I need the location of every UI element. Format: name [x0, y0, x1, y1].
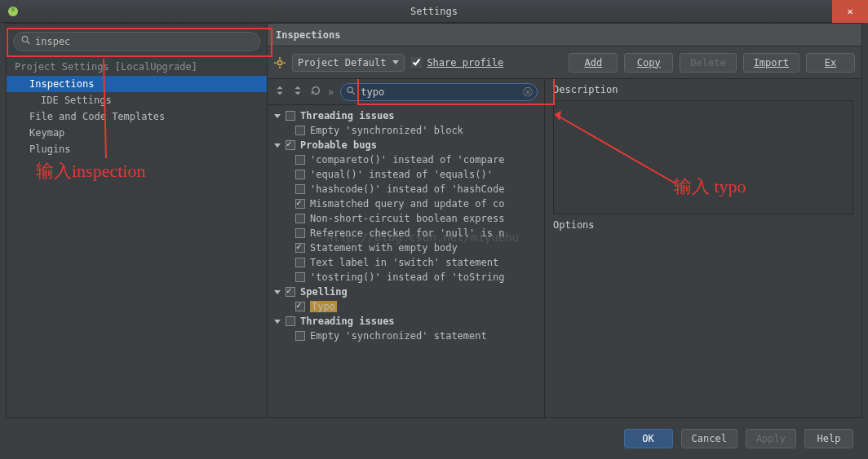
sidebar-item-file-templates[interactable]: File and Code Templates	[7, 108, 267, 125]
app-icon	[7, 5, 20, 18]
sidebar-item-ide-settings[interactable]: IDE Settings	[7, 92, 267, 108]
tree-item[interactable]: Statement with empty body	[268, 241, 544, 255]
checkbox-icon[interactable]	[295, 258, 305, 267]
collapse-all-icon[interactable]	[292, 85, 303, 99]
content-pane: Project Settings [LocalUpgrade] Inspecti…	[6, 23, 862, 418]
tree-item[interactable]: 'tostring()' instead of 'toString	[268, 270, 544, 285]
profile-toolbar: Project Default Share profile Add Copy D…	[268, 46, 861, 79]
chevron-down-icon	[274, 290, 281, 294]
checkbox-icon[interactable]	[295, 331, 305, 341]
chevron-down-icon	[274, 143, 281, 148]
checkbox-icon[interactable]	[286, 111, 295, 121]
settings-tree: Project Settings [LocalUpgrade] Inspecti…	[7, 56, 267, 417]
close-button[interactable]: ✕	[832, 0, 868, 23]
right-pane: Description Options	[545, 79, 861, 417]
checkbox-icon[interactable]	[295, 243, 305, 253]
share-profile-label: Share profile	[427, 57, 503, 68]
help-button[interactable]: Help	[804, 429, 853, 448]
options-label: Options	[545, 214, 861, 236]
inspections-toolbar: » ⓧ	[268, 79, 544, 105]
filter-search-icon	[347, 86, 356, 98]
tree-item[interactable]: 'hashcode()' instead of 'hashCode	[268, 182, 544, 196]
tree-group[interactable]: Probable bugs	[268, 138, 544, 152]
title-bar: Settings ✕	[0, 0, 868, 23]
tree-item[interactable]: Mismatched query and update of co	[268, 196, 544, 211]
tree-item[interactable]: Text label in 'switch' statement	[268, 255, 544, 270]
share-profile-input[interactable]	[411, 57, 422, 68]
checkbox-icon[interactable]	[286, 287, 295, 297]
inspections-panel: » ⓧ Threading issues Empty 'synchronized…	[268, 79, 545, 417]
checkbox-icon[interactable]	[295, 302, 305, 311]
svg-point-9	[348, 87, 352, 92]
export-button[interactable]: Ex	[806, 53, 855, 73]
main-panel: Inspections Project Default Share profil…	[268, 24, 861, 417]
apply-button: Apply	[746, 429, 796, 448]
copy-button[interactable]: Copy	[624, 53, 673, 73]
sidebar-item-inspections[interactable]: Inspections	[7, 76, 267, 92]
tree-group[interactable]: Threading issues	[268, 314, 544, 329]
tree-item[interactable]: Reference checked for 'null' is n	[268, 226, 544, 241]
tree-group[interactable]: Spelling	[268, 285, 544, 299]
checkbox-icon[interactable]	[295, 272, 305, 282]
sidebar: Project Settings [LocalUpgrade] Inspecti…	[7, 24, 268, 417]
svg-line-10	[352, 91, 355, 94]
svg-line-3	[28, 42, 30, 44]
checkbox-icon[interactable]	[295, 155, 305, 165]
svg-point-4	[277, 60, 281, 64]
main-body: » ⓧ Threading issues Empty 'synchronized…	[268, 79, 861, 417]
chevron-down-icon	[274, 320, 281, 324]
chevron-down-icon	[274, 114, 281, 118]
tree-item[interactable]: Empty 'synchronized' block	[268, 123, 544, 138]
cancel-button[interactable]: Cancel	[681, 429, 737, 448]
checkbox-icon[interactable]	[286, 140, 295, 150]
dialog-footer: OK Cancel Apply Help	[0, 418, 868, 459]
sidebar-item-plugins[interactable]: Plugins	[7, 141, 267, 157]
tree-item-typo[interactable]: Typo	[268, 299, 544, 314]
ok-button[interactable]: OK	[624, 429, 673, 448]
tree-item[interactable]: 'compareto()' instead of 'compare	[268, 152, 544, 167]
inspections-tree[interactable]: Threading issues Empty 'synchronized' bl…	[268, 105, 544, 417]
chevron-down-icon	[392, 60, 399, 64]
profile-combo[interactable]: Project Default	[292, 54, 405, 72]
checkbox-icon[interactable]	[295, 214, 305, 223]
checkbox-icon[interactable]	[286, 316, 295, 326]
checkbox-icon[interactable]	[295, 126, 305, 135]
tree-item[interactable]: Empty 'synchronized' statement	[268, 329, 544, 343]
tree-group[interactable]: Threading issues	[268, 108, 544, 123]
profile-combo-label: Project Default	[298, 57, 386, 68]
tree-item[interactable]: 'equal()' instead of 'equals()'	[268, 167, 544, 182]
clear-filter-icon[interactable]: ⓧ	[523, 85, 533, 99]
reset-icon[interactable]	[310, 85, 321, 99]
checkbox-icon[interactable]	[295, 228, 305, 238]
sidebar-item-keymap[interactable]: Keymap	[7, 125, 267, 141]
settings-group-label: Project Settings [LocalUpgrade]	[7, 58, 267, 76]
svg-point-2	[22, 37, 28, 42]
sidebar-search-input[interactable]	[13, 32, 260, 51]
share-profile-checkbox[interactable]: Share profile	[411, 57, 503, 68]
close-icon: ✕	[847, 6, 852, 17]
inspection-filter-input[interactable]	[340, 83, 538, 101]
gear-icon	[274, 57, 286, 68]
checkbox-icon[interactable]	[295, 199, 305, 209]
main-header: Inspections	[268, 24, 861, 46]
separator: »	[328, 86, 334, 98]
tree-item[interactable]: Non-short-circuit boolean express	[268, 211, 544, 226]
description-box	[553, 100, 853, 214]
checkbox-icon[interactable]	[295, 170, 305, 179]
delete-button: Delete	[680, 53, 736, 73]
checkbox-icon[interactable]	[295, 184, 305, 194]
expand-all-icon[interactable]	[274, 85, 286, 99]
window-title: Settings	[410, 6, 458, 17]
description-label: Description	[545, 79, 861, 100]
svg-rect-1	[11, 7, 15, 11]
search-icon	[21, 36, 31, 48]
add-button[interactable]: Add	[569, 53, 618, 73]
import-button[interactable]: Import	[743, 53, 799, 73]
